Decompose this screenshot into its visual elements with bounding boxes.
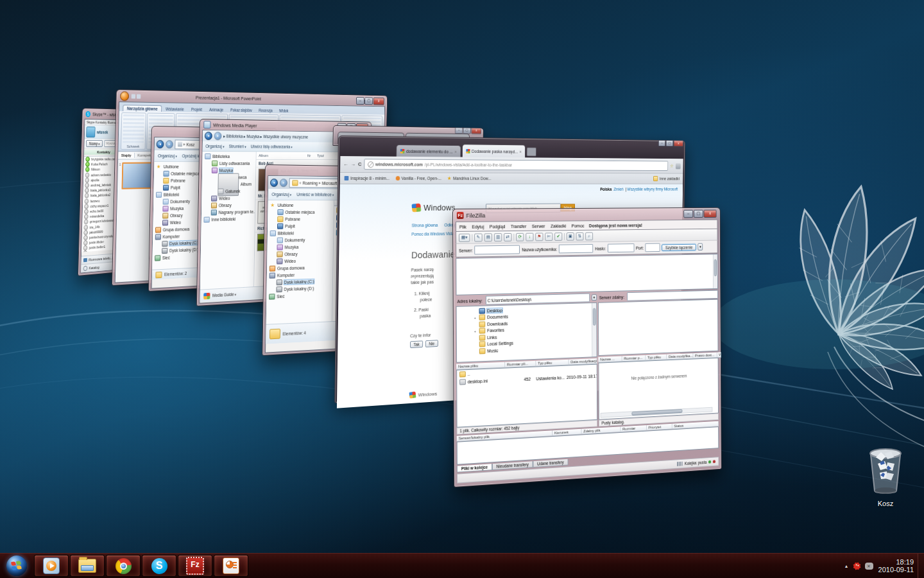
wmp-tree-item[interactable]: Biblioteka <box>202 153 255 160</box>
wmp-organize-menu[interactable]: Organizuj <box>205 144 224 148</box>
change-locale-link[interactable]: Zmień <box>613 187 623 191</box>
wmp-stream-menu[interactable]: Strumień <box>229 144 246 148</box>
skype-avatar[interactable] <box>86 127 95 137</box>
new-tab-button[interactable] <box>527 147 537 156</box>
forward-icon[interactable]: ► <box>214 132 221 140</box>
browser-tab-active[interactable]: Dodawanie paska narzęd... × <box>462 144 526 157</box>
windows-brand[interactable]: Windows <box>412 203 456 213</box>
wmp-tree-item[interactable]: Inne biblioteki <box>201 215 255 223</box>
expand-icon[interactable]: + <box>473 329 477 333</box>
wmp-create-playlist-menu[interactable]: Utwórz listę odtwarzania <box>251 144 293 149</box>
nav-link[interactable]: Strona główna <box>412 223 438 227</box>
bookmark-item[interactable]: ★Mandriva Linux Dow... <box>447 175 491 181</box>
ribbon-tab[interactable]: Projekt <box>188 107 206 112</box>
bookmark-item[interactable]: Inspiracje 8 - minim... <box>345 176 390 180</box>
taskbar-filezilla-button[interactable]: Fz <box>178 555 212 577</box>
remote-tree[interactable] <box>598 299 718 356</box>
organize-menu[interactable]: Organizuj <box>158 153 177 158</box>
browser-tab[interactable]: dodawanie elementu do ... × <box>396 144 461 157</box>
menu-item[interactable]: Pomoc <box>572 223 585 228</box>
cancel-icon[interactable]: ⚑ <box>535 232 543 241</box>
start-button[interactable] <box>0 554 33 578</box>
port-input[interactable] <box>646 243 660 252</box>
menu-item[interactable]: Edytuj <box>472 224 484 229</box>
antivirus-tray-icon[interactable] <box>853 562 860 570</box>
other-bookmarks-button[interactable]: Inne zakładki <box>653 176 680 181</box>
back-icon[interactable]: ◄ <box>205 132 212 140</box>
back-icon[interactable]: ◄ <box>157 140 164 148</box>
bookmark-star-icon[interactable]: ☆ <box>670 163 674 168</box>
taskbar-explorer-button[interactable] <box>70 555 105 577</box>
site-manager-icon[interactable]: ▦▾ <box>459 233 470 241</box>
username-input[interactable] <box>559 244 593 253</box>
toggle-log-icon[interactable]: ✎ <box>474 233 483 241</box>
ribbon-tab[interactable]: Pokaz slajdów <box>227 107 255 113</box>
directory-compare-icon[interactable]: ▣ <box>567 232 574 240</box>
all-sites-link[interactable]: Wszystkie witryny firmy Microsoft <box>628 187 678 191</box>
ribbon-tab[interactable]: Animacje <box>206 107 227 112</box>
wmp-breadcrumb[interactable]: ▸ Biblioteka ▸ Muzyka ▸ Wszystkie utwory… <box>223 134 308 139</box>
powerpoint-window-controls[interactable]: –▢x <box>356 97 384 105</box>
rcol-owner[interactable]: Wł... <box>717 352 721 358</box>
bookmark-item[interactable]: Vanilla - Free, Open-... <box>395 176 441 180</box>
expand-icon[interactable]: + <box>473 316 477 320</box>
process-queue-icon[interactable]: ↓ <box>526 232 533 241</box>
toggle-local-tree-icon[interactable]: ▤ <box>484 233 493 241</box>
office-button[interactable] <box>120 91 129 101</box>
ribbon-tab[interactable]: Narzędzia główne <box>123 105 162 112</box>
address-bar[interactable]: windows.microsoft.com/pl-PL/windows-vist… <box>364 159 668 171</box>
page-locale-links[interactable]: Polska Zmień | Wszystkie witryny firmy M… <box>600 187 678 191</box>
skype-new-button[interactable]: Nowy <box>86 140 103 147</box>
show-desktop-button[interactable] <box>918 554 924 578</box>
forward-icon[interactable]: ► <box>280 179 287 187</box>
quickconnect-dropdown-icon[interactable]: ▾ <box>697 243 703 250</box>
local-path-dropdown-icon[interactable]: ▾ <box>592 294 597 301</box>
taskbar-skype-button[interactable]: S <box>142 555 176 577</box>
toggle-queue-icon[interactable]: ⇄ <box>504 233 511 241</box>
wmp-col-title[interactable]: Tytuł <box>317 154 324 158</box>
server-input[interactable] <box>475 245 520 255</box>
organize-menu[interactable]: Organizuj <box>271 192 291 197</box>
taskbar-chrome-button[interactable] <box>106 555 141 577</box>
forward-icon[interactable]: ► <box>166 140 173 148</box>
menu-item[interactable]: Zakładki <box>551 223 566 228</box>
feedback-yes-button[interactable]: Tak <box>410 340 423 348</box>
ribbon-tab[interactable]: Recenzja <box>255 107 275 113</box>
toggle-remote-tree-icon[interactable]: ▥ <box>494 233 502 241</box>
nav-tree-item[interactable]: Sieć <box>266 291 332 300</box>
feedback-no-button[interactable]: Nie <box>425 340 438 347</box>
forward-icon[interactable]: → <box>350 161 355 167</box>
nav-tree-item[interactable]: Ostatnie miejsca <box>268 209 334 216</box>
nav-tree-item[interactable]: Ulubione <box>268 202 334 209</box>
wmp-tree-item[interactable]: Listy odtwarzania <box>202 160 255 167</box>
subnav-link[interactable]: Pomoc dla Windows Vista <box>411 231 454 236</box>
message-log[interactable] <box>456 254 718 295</box>
ppt-panel-tab-slides[interactable]: Slajdy <box>118 153 135 158</box>
media-guide-button[interactable]: Media Guide <box>212 292 236 297</box>
menu-item[interactable]: Plik <box>459 224 466 229</box>
back-icon[interactable]: ◄ <box>270 179 278 187</box>
filezilla-window[interactable]: Fz FileZilla –▢x PlikEdytujPodglądTransf… <box>452 207 722 487</box>
password-input[interactable] <box>608 243 635 252</box>
menu-item[interactable]: Serwer <box>532 223 545 228</box>
network-offline-icon[interactable]: ✕ <box>865 563 873 570</box>
tab-close-icon[interactable]: × <box>454 149 457 153</box>
filter-icon[interactable]: ✔ <box>554 232 562 241</box>
taskbar-powerpoint-button[interactable] <box>214 555 248 577</box>
reload-icon[interactable]: C <box>358 161 362 167</box>
disconnect-icon[interactable]: ✄ <box>545 232 552 241</box>
refresh-icon[interactable]: ⟳ <box>516 232 524 241</box>
tab-close-icon[interactable]: × <box>520 149 522 153</box>
wmp-col-nr[interactable]: Nr <box>307 153 317 157</box>
skype-directory-button[interactable]: Katalog <box>89 265 99 270</box>
quickconnect-button[interactable]: Szybkie łączenie <box>662 243 696 250</box>
back-icon[interactable]: ← <box>343 161 348 167</box>
ribbon-tab[interactable]: Wstawianie <box>162 106 187 112</box>
filezilla-window-controls[interactable]: –▢x <box>683 210 716 218</box>
sync-browsing-icon[interactable]: ⇅ <box>576 232 584 240</box>
chrome-window-controls[interactable]: –▢x <box>658 140 683 146</box>
find-files-icon[interactable]: ⌕ <box>585 232 593 240</box>
wmp-col-album[interactable]: Album <box>257 153 308 157</box>
menu-item[interactable]: Transfer <box>511 223 526 228</box>
wrench-menu-icon[interactable] <box>676 163 681 169</box>
